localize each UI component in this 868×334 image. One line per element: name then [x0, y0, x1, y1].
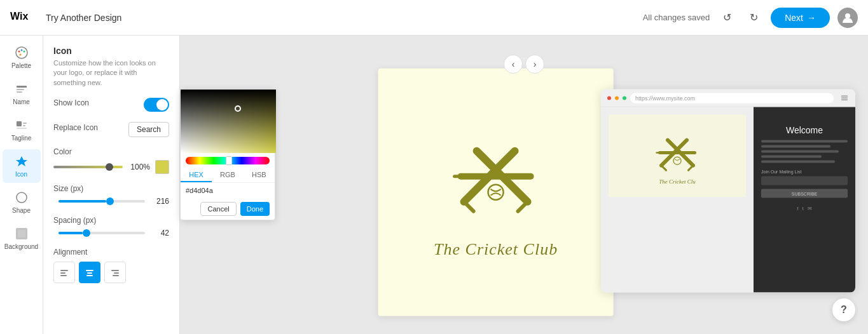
svg-rect-21 [86, 270, 93, 271]
cancel-button[interactable]: Cancel [200, 202, 236, 216]
svg-point-2 [16, 47, 27, 58]
browser-brand-name: The Cricket Clu [659, 178, 696, 185]
svg-rect-12 [23, 125, 25, 126]
redo-button[interactable]: ↻ [744, 8, 763, 27]
next-arrow[interactable]: › [525, 55, 544, 74]
facebook-icon: f [797, 206, 798, 211]
svg-rect-10 [17, 121, 22, 126]
sidebar-item-shape[interactable]: Shape [3, 185, 41, 219]
search-button[interactable]: Search [128, 122, 169, 137]
canvas-area: ‹ › [180, 36, 868, 334]
sidebar-item-background[interactable]: Background [3, 222, 41, 255]
size-slider[interactable] [59, 200, 145, 203]
align-right-icon [110, 267, 120, 277]
browser-mockup: https://www.mysite.com [601, 90, 855, 293]
nav-arrows: ‹ › [504, 55, 544, 74]
background-icon [15, 227, 29, 241]
tagline-label: Tagline [11, 135, 32, 142]
alignment-label: Alignment [53, 248, 169, 257]
hue-thumb [226, 156, 232, 165]
palette-icon [15, 46, 29, 60]
subscribe-button: SUBSCRIBE [761, 189, 848, 198]
svg-marker-14 [16, 156, 27, 166]
header: Wix Try Another Design All changes saved… [0, 0, 868, 36]
hue-slider[interactable] [186, 157, 270, 164]
next-button[interactable]: Next → [771, 8, 830, 28]
sidebar-item-tagline[interactable]: Tagline [3, 113, 41, 147]
svg-line-28 [464, 202, 474, 211]
icon-label: Icon [15, 171, 27, 178]
align-center-button[interactable] [79, 262, 100, 283]
prev-arrow[interactable]: ‹ [504, 55, 523, 74]
svg-rect-19 [60, 272, 65, 274]
color-swatch[interactable] [155, 160, 169, 174]
cricket-icon [445, 126, 547, 230]
svg-point-6 [19, 54, 21, 56]
browser-cricket-icon [652, 128, 703, 178]
browser-text-lines [761, 140, 848, 163]
subscribe-label: SUBSCRIBE [792, 191, 817, 196]
avatar-icon [841, 11, 854, 24]
browser-main-area: The Cricket Clu [601, 107, 754, 293]
sidebar-item-name[interactable]: Name [3, 77, 41, 110]
shape-icon [15, 190, 29, 204]
svg-point-4 [20, 50, 22, 51]
spacing-label: Spacing (px) [53, 216, 169, 225]
svg-point-3 [18, 51, 20, 53]
done-button[interactable]: Done [240, 202, 270, 216]
header-actions: All changes saved ↺ ↻ Next → [643, 8, 858, 28]
tab-hsb[interactable]: HSB [244, 168, 275, 182]
spacing-value: 42 [150, 229, 169, 237]
svg-point-41 [673, 157, 681, 164]
color-percent: 100% [128, 163, 150, 171]
align-right-button[interactable] [104, 262, 126, 283]
twitter-icon: t [803, 206, 804, 211]
color-picker-popup: HEX RGB HSB Cancel Done [180, 89, 275, 220]
tagline-icon [15, 118, 29, 132]
svg-rect-23 [86, 275, 93, 276]
svg-rect-36 [841, 99, 848, 100]
gradient-cursor [235, 105, 241, 112]
toggle-knob [156, 99, 168, 110]
cricket-illustration [445, 126, 547, 227]
svg-rect-13 [17, 128, 27, 129]
svg-point-31 [488, 185, 504, 200]
align-left-icon [59, 267, 69, 277]
show-icon-label: Show Icon [53, 98, 89, 107]
svg-line-40 [689, 166, 694, 171]
icon-icon [15, 154, 29, 168]
shape-label: Shape [12, 207, 31, 214]
spacing-slider-thumb [83, 229, 90, 237]
user-avatar[interactable] [837, 8, 858, 28]
replace-icon-label: Replace Icon [53, 123, 98, 132]
svg-rect-20 [60, 275, 67, 276]
mailing-list-label: Join Our Mailing List [761, 170, 848, 174]
background-label: Background [4, 243, 38, 250]
svg-rect-22 [87, 272, 92, 274]
size-value: 216 [150, 197, 169, 206]
tab-rgb[interactable]: RGB [212, 168, 243, 182]
undo-button[interactable]: ↺ [717, 8, 736, 27]
panel-description: Customize how the icon looks on your log… [53, 58, 169, 88]
name-label: Name [13, 98, 30, 105]
browser-dot-yellow [615, 96, 619, 100]
color-gradient[interactable] [181, 90, 276, 153]
svg-rect-25 [114, 272, 119, 274]
browser-dot-red [607, 96, 611, 100]
hex-input[interactable] [186, 187, 273, 194]
sidebar-item-palette[interactable]: Palette [3, 41, 41, 74]
svg-text:Wix: Wix [10, 11, 28, 22]
align-left-button[interactable] [53, 262, 75, 283]
size-label: Size (px) [53, 184, 169, 193]
sidebar-item-icon[interactable]: Icon [3, 149, 41, 183]
show-icon-toggle[interactable] [144, 98, 169, 112]
spacing-slider[interactable] [59, 232, 145, 234]
size-slider-thumb [106, 197, 114, 205]
logo-card: The Cricket Club [378, 69, 614, 316]
color-slider[interactable] [53, 166, 123, 168]
tab-hex[interactable]: HEX [181, 168, 212, 182]
browser-dot-green [623, 96, 626, 100]
panel-title: Icon [53, 46, 169, 56]
palette-label: Palette [11, 62, 31, 69]
help-button[interactable]: ? [832, 298, 855, 321]
